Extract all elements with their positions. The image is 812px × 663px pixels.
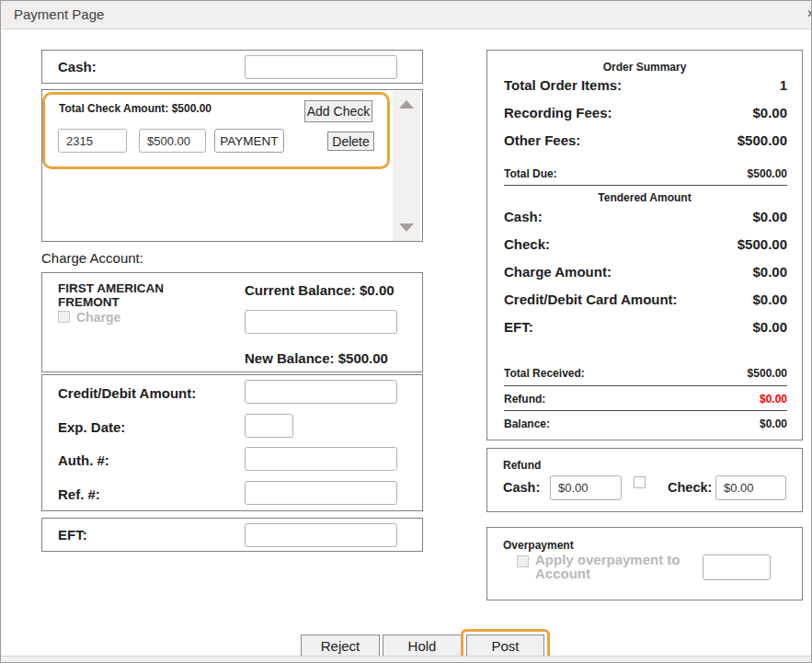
check-list-scrollbar[interactable] — [393, 91, 420, 241]
row-value: $0.00 — [752, 105, 787, 120]
refund-value: $0.00 — [760, 393, 787, 406]
row-value: $500.00 — [738, 236, 787, 252]
credit-debit-amount-input[interactable] — [245, 380, 397, 404]
charge-account-label: Charge Account: — [41, 250, 143, 266]
balance-row: Balance: $0.00 — [504, 417, 787, 430]
refund-row: Refund: $0.00 — [504, 393, 787, 406]
refund-section: Refund Cash: Check: — [486, 448, 803, 512]
check-type-select[interactable]: PAYMENT — [214, 129, 284, 153]
summary-row: Check: $500.00 — [504, 236, 787, 252]
charge-account-section: FIRST AMERICAN FREMONT Charge Current Ba… — [41, 272, 423, 372]
close-icon[interactable]: ✕ — [806, 7, 812, 20]
title-bar: Payment Page ✕ — [1, 1, 811, 29]
summary-row: Total Order Items: 1 — [504, 77, 787, 93]
row-value: $500.00 — [738, 132, 787, 148]
auth-number-input[interactable] — [245, 447, 397, 471]
row-label: Check: — [504, 236, 550, 252]
new-balance-label: New Balance: $500.00 — [245, 350, 388, 366]
summary-row: Other Fees: $500.00 — [504, 132, 787, 148]
row-label: Total Due: — [504, 167, 557, 180]
account-name-line1: FIRST AMERICAN — [58, 281, 164, 295]
summary-row: Credit/Debit Card Amount: $0.00 — [504, 291, 787, 307]
total-received-row: Total Received: $500.00 — [504, 367, 787, 380]
cash-input[interactable] — [245, 55, 397, 79]
row-label: EFT: — [504, 319, 533, 335]
eft-label: EFT: — [58, 527, 87, 543]
row-value: $0.00 — [752, 319, 787, 335]
row-label: Refund: — [504, 393, 545, 406]
row-value: $500.00 — [748, 367, 787, 380]
payment-page-window: Payment Page ✕ Cash: Total Check Amount:… — [0, 0, 812, 663]
account-name-line2: FREMONT — [58, 295, 120, 309]
auth-number-label: Auth. #: — [58, 452, 109, 468]
summary-row: Cash: $0.00 — [504, 209, 787, 224]
summary-row: EFT: $0.00 — [504, 319, 787, 335]
row-label: Cash: — [504, 209, 543, 224]
credit-debit-section: Credit/Debit Amount: Exp. Date: Auth. #:… — [41, 374, 423, 511]
total-check-amount-label: Total Check Amount: $500.00 — [59, 102, 212, 115]
current-balance-label: Current Balance: $0.00 — [245, 282, 395, 298]
cash-section: Cash: — [41, 50, 423, 84]
apply-overpayment-label: Apply overpayment to Account — [535, 553, 687, 580]
refund-check-input[interactable] — [715, 475, 786, 500]
charge-checkbox[interactable] — [58, 311, 70, 323]
overpayment-input[interactable] — [703, 554, 771, 580]
cash-label: Cash: — [58, 59, 97, 74]
row-label: Recording Fees: — [504, 105, 612, 120]
refund-check-label: Check: — [668, 480, 712, 495]
row-label: Other Fees: — [504, 132, 580, 148]
credit-debit-amount-label: Credit/Debit Amount: — [58, 385, 196, 401]
row-value: $0.00 — [752, 264, 787, 280]
check-amount-input[interactable] — [139, 129, 206, 153]
row-value: $0.00 — [752, 209, 787, 224]
delete-check-button[interactable]: Delete — [327, 131, 374, 151]
exp-date-label: Exp. Date: — [58, 419, 125, 435]
row-label: Total Order Items: — [504, 77, 622, 93]
check-number-input[interactable] — [58, 129, 127, 153]
window-title: Payment Page — [14, 6, 104, 22]
eft-section: EFT: — [41, 518, 423, 552]
check-section: Total Check Amount: $500.00 Add Check PA… — [41, 89, 423, 242]
charge-checkbox-label: Charge — [76, 310, 120, 325]
exp-date-input[interactable] — [245, 414, 293, 438]
row-label: Charge Amount: — [504, 264, 612, 280]
reject-button[interactable]: Reject — [301, 634, 380, 657]
refund-cash-input[interactable] — [550, 475, 622, 500]
summary-row: Recording Fees: $0.00 — [504, 105, 787, 120]
overpayment-title: Overpayment — [503, 539, 574, 552]
tendered-amount-title: Tendered Amount — [487, 191, 802, 204]
divider — [504, 185, 787, 186]
eft-input[interactable] — [245, 523, 397, 547]
window-bottom-edge — [1, 656, 811, 662]
row-value: $0.00 — [752, 291, 787, 307]
row-label: Balance: — [504, 417, 550, 430]
post-button[interactable]: Post — [466, 634, 544, 657]
add-check-button[interactable]: Add Check — [304, 100, 372, 122]
ref-number-input[interactable] — [245, 481, 397, 505]
total-due-row: Total Due: $500.00 — [504, 167, 787, 180]
row-value: $500.00 — [748, 167, 787, 180]
hold-button[interactable]: Hold — [383, 634, 462, 657]
ref-number-label: Ref. #: — [58, 486, 100, 502]
refund-cash-label: Cash: — [503, 480, 540, 495]
row-label: Credit/Debit Card Amount: — [504, 291, 678, 307]
scroll-up-icon[interactable] — [399, 100, 414, 109]
order-summary-section: Order Summary Total Order Items: 1 Recor… — [486, 50, 803, 440]
row-label: Total Received: — [504, 367, 585, 380]
row-value: $0.00 — [760, 417, 787, 430]
charge-amount-input[interactable] — [245, 310, 397, 334]
row-value: 1 — [780, 77, 787, 93]
order-summary-title: Order Summary — [487, 61, 802, 74]
overpayment-section: Overpayment Apply overpayment to Account — [486, 527, 803, 600]
refund-checkbox[interactable] — [634, 476, 646, 488]
apply-overpayment-checkbox[interactable] — [517, 555, 529, 567]
divider — [504, 410, 787, 411]
summary-row: Charge Amount: $0.00 — [504, 264, 787, 280]
refund-title: Refund — [503, 459, 541, 472]
scroll-down-icon[interactable] — [399, 223, 414, 232]
divider — [504, 385, 787, 386]
